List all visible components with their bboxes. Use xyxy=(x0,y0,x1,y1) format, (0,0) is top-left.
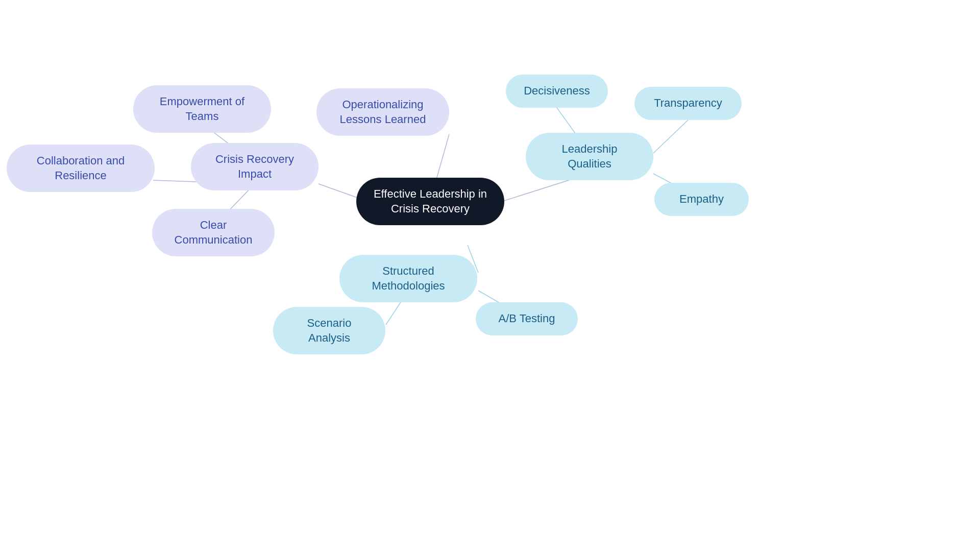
structured-methodologies-label: Structured Methodologies xyxy=(354,264,463,293)
clear-communication-label: Clear Communication xyxy=(166,218,260,247)
ab-testing-label: A/B Testing xyxy=(499,311,555,326)
center-node-label: Effective Leadership in Crisis Recovery xyxy=(371,187,490,216)
leadership-qualities-label: Leadership Qualities xyxy=(540,142,639,171)
scenario-analysis-label: Scenario Analysis xyxy=(287,316,371,345)
ab-testing-node[interactable]: A/B Testing xyxy=(476,302,578,335)
crisis-recovery-node[interactable]: Crisis Recovery Impact xyxy=(191,143,318,190)
structured-methodologies-node[interactable]: Structured Methodologies xyxy=(339,255,477,302)
decisiveness-label: Decisiveness xyxy=(524,84,590,99)
empathy-node[interactable]: Empathy xyxy=(654,183,749,216)
decisiveness-node[interactable]: Decisiveness xyxy=(506,75,608,108)
svg-line-7 xyxy=(653,120,688,153)
operationalizing-node[interactable]: Operationalizing Lessons Learned xyxy=(316,88,449,136)
collaboration-node[interactable]: Collaboration and Resilience xyxy=(7,145,155,192)
collaboration-label: Collaboration and Resilience xyxy=(21,154,140,183)
transparency-node[interactable]: Transparency xyxy=(634,87,742,120)
empowerment-label: Empowerment of Teams xyxy=(148,94,257,124)
leadership-qualities-node[interactable]: Leadership Qualities xyxy=(526,133,653,180)
empowerment-node[interactable]: Empowerment of Teams xyxy=(133,85,271,133)
center-node[interactable]: Effective Leadership in Crisis Recovery xyxy=(356,178,504,225)
operationalizing-label: Operationalizing Lessons Learned xyxy=(331,98,435,127)
scenario-analysis-node[interactable]: Scenario Analysis xyxy=(273,307,385,354)
clear-communication-node[interactable]: Clear Communication xyxy=(152,209,275,256)
crisis-recovery-label: Crisis Recovery Impact xyxy=(205,152,304,181)
empathy-label: Empathy xyxy=(679,192,724,207)
transparency-label: Transparency xyxy=(654,96,722,111)
